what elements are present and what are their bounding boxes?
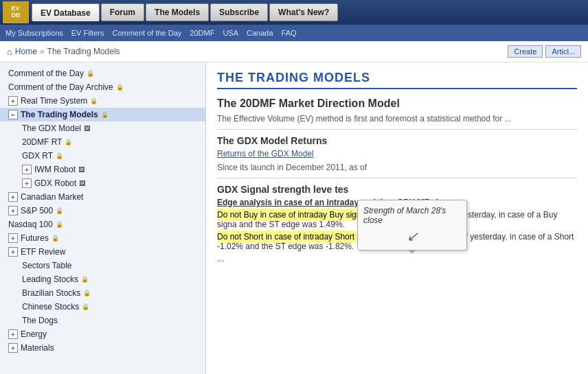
breadcrumb: ⌂ Home » The Trading Models Create Artic… [0, 41, 588, 62]
real-time-system-label: Real Time System [21, 96, 87, 106]
sidebar-item-sp500[interactable]: + S&P 500 🔒 [0, 204, 205, 218]
secnav-20dmf[interactable]: 20DMF [190, 29, 214, 37]
sectors-table-label: Sectors Table [22, 261, 72, 270]
gdx-rt-label: GDX RT [22, 151, 53, 161]
expander-futures[interactable]: + [8, 233, 18, 243]
comment-archive-label: Comment of the Day Archive [8, 82, 113, 92]
sidebar-item-gdx-model[interactable]: The GDX Model 🖼 [0, 121, 205, 135]
sp500-label: S&P 500 [21, 206, 53, 215]
nav-whats-new[interactable]: What's New? [269, 3, 338, 21]
sidebar-item-gdx-robot[interactable]: + GDX Robot 🖼 [0, 176, 205, 190]
sidebar-item-leading-stocks[interactable]: Leading Stocks 🔒 [0, 272, 205, 286]
expander-trading-models[interactable]: − [8, 110, 18, 119]
lock-icon-8: 🔒 [56, 221, 63, 228]
expander-real-time[interactable]: + [8, 96, 18, 106]
lock-icon-4: 🔒 [101, 111, 108, 118]
secnav-my-subscriptions[interactable]: My Subscriptions [5, 29, 63, 37]
sidebar-item-etf-review[interactable]: + ETF Review [0, 245, 205, 259]
content-area: THE TRADING MODELS The 20DMF Market Dire… [206, 62, 588, 374]
lock-icon-6: 🔒 [56, 152, 63, 159]
nav-forum[interactable]: Forum [101, 3, 144, 21]
expander-sp500[interactable]: + [8, 206, 18, 215]
sidebar-item-nasdaq100[interactable]: Nasdaq 100 🔒 [0, 218, 205, 231]
tooltip-text: Strength of March 28's close [363, 206, 446, 225]
the-dogs-label: The Dogs [22, 316, 58, 325]
expander-materials[interactable]: + [8, 343, 18, 353]
energy-label: Energy [21, 329, 47, 339]
top-nav: EVDB EV Database Forum The Models Subscr… [0, 0, 588, 25]
article-button[interactable]: Articl... [545, 45, 581, 58]
nasdaq100-label: Nasdaq 100 [8, 220, 53, 229]
sidebar-item-energy[interactable]: + Energy [0, 327, 205, 341]
chinese-stocks-label: Chinese Stocks [22, 302, 79, 312]
brazilian-stocks-label: Brazilian Stocks [22, 288, 80, 298]
tooltip-arrow-indicator: ↙ [363, 228, 461, 244]
img-icon-2: 🖼 [78, 166, 88, 173]
lock-icon-5: 🔒 [65, 139, 71, 145]
sidebar-item-futures[interactable]: + Futures 🔒 [0, 231, 205, 245]
create-button[interactable]: Create [508, 45, 543, 58]
gdx-robot-label: GDX Robot [34, 178, 76, 188]
gdx-model-label: The GDX Model [22, 124, 81, 133]
sidebar-item-materials[interactable]: + Materials [0, 341, 205, 355]
expander-iwm-robot[interactable]: + [22, 165, 32, 174]
main-layout: Comment of the Day 🔒 Comment of the Day … [0, 62, 588, 374]
secnav-usa[interactable]: USA [223, 29, 238, 37]
sidebar-item-iwm-robot[interactable]: + IWM Robot 🖼 [0, 163, 205, 176]
comment-of-day-label: Comment of the Day [8, 69, 84, 78]
nav-ev-database[interactable]: EV Database [32, 3, 100, 21]
breadcrumb-home[interactable]: Home [15, 47, 37, 56]
breadcrumb-separator: » [40, 47, 45, 56]
sidebar-item-the-dogs[interactable]: The Dogs [0, 314, 205, 327]
divider-1 [217, 129, 577, 130]
sidebar: Comment of the Day 🔒 Comment of the Day … [0, 62, 206, 374]
sidebar-item-canadian-market[interactable]: + Canadian Market [0, 190, 205, 204]
content-dots: ... [217, 254, 577, 264]
site-logo: EVDB [3, 1, 29, 23]
section2-sublink[interactable]: Returns of the GDX Model [217, 149, 577, 159]
secnav-canada[interactable]: Canada [247, 29, 273, 37]
sidebar-item-trading-models[interactable]: − The Trading Models 🔒 [0, 108, 205, 121]
breadcrumb-current: The Trading Models [47, 47, 120, 56]
tooltip-bubble: Strength of March 28's close ↙ [357, 200, 467, 250]
page-title: THE TRADING MODELS [217, 71, 577, 89]
sidebar-item-sectors-table[interactable]: Sectors Table [0, 259, 205, 272]
img-icon-1: 🖼 [84, 125, 93, 132]
materials-label: Materials [21, 343, 54, 353]
lock-icon-12: 🔒 [82, 303, 89, 310]
sidebar-item-brazilian-stocks[interactable]: Brazilian Stocks 🔒 [0, 286, 205, 300]
secnav-faq[interactable]: FAQ [282, 29, 297, 37]
sidebar-item-gdx-rt[interactable]: GDX RT 🔒 [0, 149, 205, 163]
lock-icon-9: 🔒 [52, 235, 58, 242]
divider-2 [217, 178, 577, 178]
expander-canadian[interactable]: + [8, 192, 18, 202]
sidebar-item-20dmf-rt[interactable]: 20DMF RT 🔒 [0, 135, 205, 149]
lock-icon-11: 🔒 [83, 290, 90, 296]
lock-icon-3: 🔒 [90, 97, 97, 104]
secnav-comment-of-day[interactable]: Comment of the Day [112, 29, 181, 37]
leading-stocks-label: Leading Stocks [22, 274, 78, 284]
sidebar-item-real-time-system[interactable]: + Real Time System 🔒 [0, 94, 205, 108]
expander-gdx-robot[interactable]: + [22, 178, 32, 188]
section2-text: Since its launch in December 2011, as of [217, 163, 577, 172]
etf-review-label: ETF Review [21, 247, 65, 257]
lock-icon-7: 🔒 [56, 207, 63, 214]
expander-etf-review[interactable]: + [8, 247, 18, 257]
trading-models-label: The Trading Models [21, 110, 98, 119]
20dmf-rt-label: 20DMF RT [22, 137, 62, 147]
expander-energy[interactable]: + [8, 329, 18, 339]
lock-icon-1: 🔒 [87, 70, 93, 77]
sidebar-item-comment-archive[interactable]: Comment of the Day Archive 🔒 [0, 80, 205, 94]
nav-subscribe[interactable]: Subscribe [210, 3, 268, 21]
sidebar-item-chinese-stocks[interactable]: Chinese Stocks 🔒 [0, 300, 205, 314]
sidebar-item-comment-of-day[interactable]: Comment of the Day 🔒 [0, 67, 205, 80]
futures-label: Futures [21, 233, 49, 243]
section3-heading: GDX Signal strength leve tes [217, 184, 577, 195]
iwm-robot-label: IWM Robot [34, 165, 76, 174]
breadcrumb-actions: Create Articl... [508, 45, 581, 58]
lock-icon-10: 🔒 [81, 276, 88, 283]
section1-text: The Effective Volume (EV) method is firs… [217, 114, 577, 124]
nav-models[interactable]: The Models [146, 3, 209, 21]
img-icon-3: 🖼 [79, 180, 89, 187]
secnav-ev-filters[interactable]: EV Filters [71, 29, 104, 37]
